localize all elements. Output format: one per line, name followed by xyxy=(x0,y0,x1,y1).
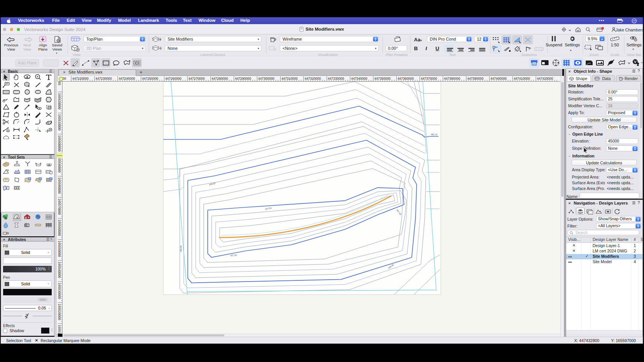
svg-text:P: P xyxy=(39,178,41,180)
svg-text:165560000: 165560000 xyxy=(58,219,61,236)
svg-text:%: % xyxy=(7,169,9,172)
svg-text:P: P xyxy=(50,178,52,180)
svg-text:165600000: 165600000 xyxy=(58,135,61,152)
svg-text:165540000: 165540000 xyxy=(58,262,61,278)
svg-text:165620000: 165620000 xyxy=(58,93,61,110)
svg-text:165550000: 165550000 xyxy=(58,241,61,257)
svg-text:P: P xyxy=(29,178,30,180)
svg-text:165530000: 165530000 xyxy=(58,283,61,299)
svg-text:65: 65 xyxy=(58,82,61,85)
svg-text:482.10: 482.10 xyxy=(431,133,437,136)
svg-text:428.00: 428.00 xyxy=(180,246,182,252)
svg-text:165580000: 165580000 xyxy=(58,177,61,194)
svg-text:165520000: 165520000 xyxy=(58,304,61,320)
svg-text:165590000: 165590000 xyxy=(58,156,61,173)
svg-text:165570000: 165570000 xyxy=(58,198,61,215)
svg-text:165510000: 165510000 xyxy=(58,325,61,334)
svg-text:437.50: 437.50 xyxy=(230,254,237,257)
svg-text:165610000: 165610000 xyxy=(58,114,61,131)
